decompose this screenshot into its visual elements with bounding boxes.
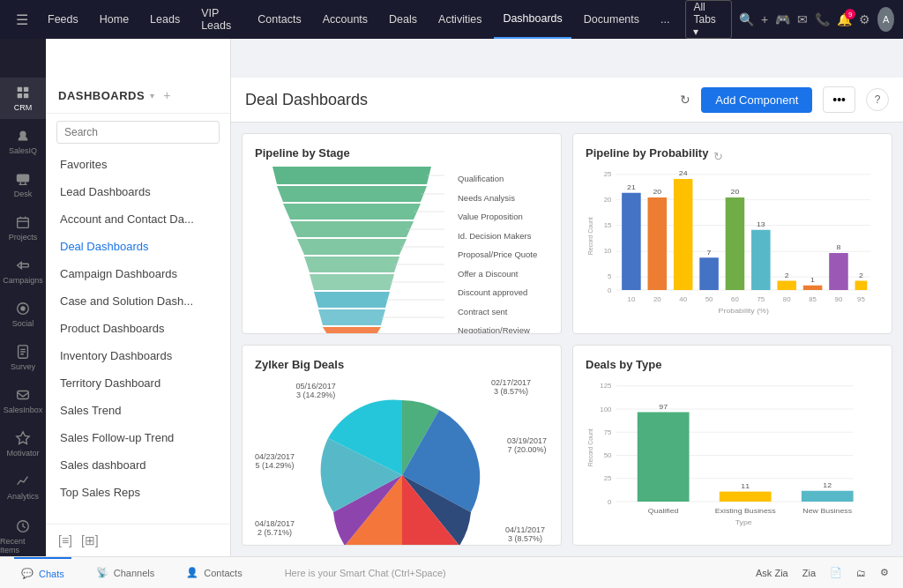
svg-text:Record Count: Record Count — [586, 217, 593, 255]
search-input[interactable] — [56, 121, 220, 144]
phone-icon[interactable]: 📞 — [815, 12, 830, 26]
notification-icon[interactable]: 🔔 9 — [837, 12, 852, 26]
sidebar-item-recent[interactable]: Recent Items — [0, 511, 46, 562]
left-nav-header: DASHBOARDS ▾ + — [46, 78, 230, 114]
svg-rect-0 — [18, 87, 22, 92]
svg-text:0: 0 — [608, 287, 611, 294]
nav-inventory-dashboards[interactable]: Inventory Dashboards — [46, 342, 230, 369]
email-icon[interactable]: ✉ — [797, 12, 808, 26]
nav-home[interactable]: Home — [91, 0, 138, 39]
sidebar-item-salesiq[interactable]: SalesIQ — [0, 121, 46, 162]
ask-zia-button[interactable]: Ask Zia — [756, 568, 788, 578]
nav-more[interactable]: ... — [652, 0, 678, 39]
page-title: Deal Dashboards — [245, 91, 368, 109]
channels-label: Channels — [114, 568, 154, 578]
smart-chat-area[interactable]: Here is your Smart Chat (Ctrl+Space) — [267, 568, 738, 578]
add-icon[interactable]: + — [761, 12, 768, 26]
sidebar-item-salesinbox[interactable]: SalesInbox — [0, 380, 46, 421]
nav-case-solution[interactable]: Case and Solution Dash... — [46, 287, 230, 315]
nav-vip-leads[interactable]: VIP Leads — [192, 0, 245, 39]
settings-bottom-icon[interactable]: ⚙ — [880, 567, 889, 578]
gamepad-icon[interactable]: 🎮 — [775, 12, 790, 26]
search-icon[interactable]: 🔍 — [739, 12, 754, 26]
nav-top-sales-reps[interactable]: Top Sales Reps — [46, 479, 230, 506]
left-nav-add-icon[interactable]: + — [163, 88, 170, 102]
nav-dashboards[interactable]: Dashboards — [494, 0, 571, 39]
help-button[interactable]: ? — [866, 88, 889, 111]
user-avatar[interactable]: A — [877, 7, 894, 32]
nav-campaign-dashboards[interactable]: Campaign Dashboards — [46, 260, 230, 287]
sidebar-survey-label: Survey — [11, 362, 35, 371]
pipeline-probability-chart: Pipeline by Probability ↻ 0 5 — [572, 133, 892, 334]
svg-rect-3 — [24, 93, 28, 98]
sidebar-item-campaigns[interactable]: Campaigns — [0, 250, 46, 292]
nav-feeds[interactable]: Feeds — [39, 0, 87, 39]
nav-deal-dashboards[interactable]: Deal Dashboards — [46, 233, 230, 260]
settings-icon[interactable]: ⚙ — [859, 12, 870, 26]
probability-refresh-icon[interactable]: ↻ — [713, 150, 723, 163]
svg-rect-5 — [17, 175, 29, 182]
more-options-button[interactable]: ••• — [823, 86, 855, 113]
nav-product-dashboards[interactable]: Product Dashboards — [46, 315, 230, 342]
archive-icon[interactable]: 🗂 — [856, 568, 866, 578]
left-nav-dropdown-icon[interactable]: ▾ — [150, 91, 154, 100]
contacts-icon: 👤 — [186, 567, 198, 578]
nav-lead-dashboards[interactable]: Lead Dashboards — [46, 178, 230, 205]
funnel-label-0: Qualification — [458, 174, 537, 183]
nav-deals[interactable]: Deals — [380, 0, 426, 39]
nav-activities[interactable]: Activities — [429, 0, 490, 39]
svg-text:20: 20 — [731, 188, 740, 196]
nav-sales-dashboard[interactable]: Sales dashboard — [46, 451, 230, 479]
hamburger-icon[interactable]: ☰ — [9, 11, 35, 28]
probability-title-row: Pipeline by Probability ↻ — [586, 146, 879, 167]
sidebar-item-crm[interactable]: CRM — [0, 78, 46, 119]
nav-contacts[interactable]: Contacts — [249, 0, 310, 39]
funnel-label-3: Id. Decision Makers — [458, 231, 537, 241]
all-tabs-button[interactable]: All Tabs ▾ — [685, 0, 731, 39]
sidebar-item-motivator[interactable]: Motivator — [0, 423, 46, 465]
funnel-svg — [255, 167, 449, 334]
svg-rect-97 — [802, 491, 854, 502]
sidebar-crm-label: CRM — [14, 103, 33, 112]
sidebar-item-social[interactable]: Social — [0, 294, 46, 335]
grid-view-icon[interactable]: [⊞] — [81, 533, 99, 547]
nav-sales-trend[interactable]: Sales Trend — [46, 397, 230, 424]
svg-text:Record Count: Record Count — [586, 428, 593, 466]
main-content: Deal Dashboards ↻ Add Component ••• ? Pi… — [231, 39, 903, 556]
nav-documents[interactable]: Documents — [575, 0, 648, 39]
refresh-button[interactable]: ↻ — [680, 93, 690, 107]
main-header: Deal Dashboards ↻ Add Component ••• ? — [231, 78, 903, 123]
nav-accounts[interactable]: Accounts — [314, 0, 377, 39]
nav-account-contact[interactable]: Account and Contact Da... — [46, 205, 230, 233]
bottom-tab-channels[interactable]: 📡 Channels — [89, 557, 161, 589]
svg-rect-71 — [829, 253, 848, 290]
bottom-tab-contacts[interactable]: 👤 Contacts — [179, 557, 249, 589]
nav-favorites[interactable]: Favorites — [46, 151, 230, 178]
svg-text:20: 20 — [604, 197, 612, 204]
bottom-tab-chats[interactable]: 💬 Chats — [14, 557, 71, 589]
svg-text:Qualified: Qualified — [648, 507, 679, 515]
svg-text:80: 80 — [783, 296, 791, 303]
add-component-button[interactable]: Add Component — [701, 87, 812, 113]
nav-leads[interactable]: Leads — [141, 0, 189, 39]
svg-marker-13 — [272, 167, 431, 184]
document-icon[interactable]: 📄 — [830, 567, 842, 578]
nav-territory-dashboard[interactable]: Territory Dashboard — [46, 369, 230, 397]
sidebar-item-desk[interactable]: Desk — [0, 164, 46, 205]
nav-sales-followup[interactable]: Sales Follow-up Trend — [46, 424, 230, 451]
svg-rect-7 — [21, 264, 28, 267]
sidebar-item-projects[interactable]: Projects — [0, 207, 46, 249]
pie-container: 02/17/20173 (8.57%) 03/19/20177 (20.00%)… — [255, 378, 549, 546]
deals-type-chart: Deals by Type 0 25 50 75 — [572, 345, 892, 546]
sidebar-motivator-label: Motivator — [6, 449, 39, 458]
funnel-labels: Qualification Needs Analysis Value Propo… — [458, 172, 537, 334]
svg-marker-21 — [318, 309, 385, 325]
list-view-icon[interactable]: [≡] — [58, 533, 72, 547]
svg-point-9 — [20, 306, 25, 310]
svg-rect-47 — [622, 193, 641, 290]
svg-text:125: 125 — [600, 383, 611, 390]
sidebar-item-survey[interactable]: Survey — [0, 337, 46, 378]
sidebar-item-analytics[interactable]: Analytics — [0, 466, 46, 508]
bottom-bar: 💬 Chats 📡 Channels 👤 Contacts Here is yo… — [0, 556, 903, 588]
zia-icon[interactable]: Zia — [802, 568, 816, 578]
